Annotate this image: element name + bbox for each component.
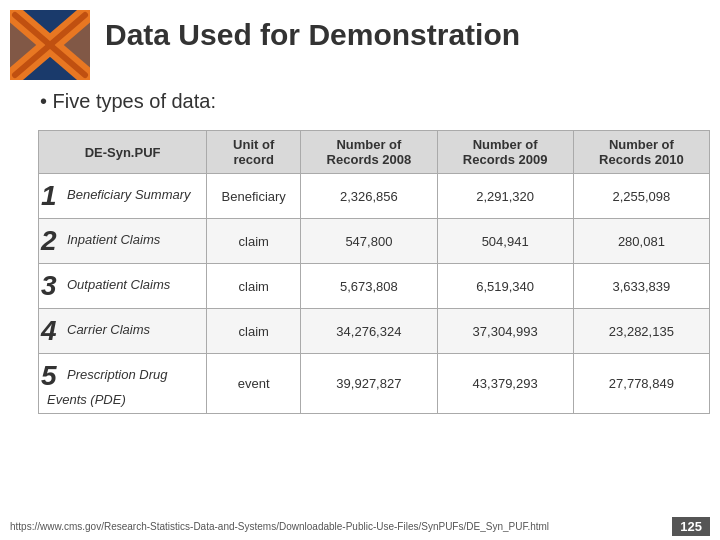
footer-url: https://www.cms.gov/Research-Statistics-… [10,521,549,532]
col-header-2008: Number of Records 2008 [301,131,437,174]
cell-2008: 34,276,324 [301,309,437,354]
subtitle: • Five types of data: [40,90,216,113]
table-row: 3Outpatient Claimsclaim5,673,8086,519,34… [39,264,710,309]
cell-2009: 2,291,320 [437,174,573,219]
page-title: Data Used for Demonstration [105,18,520,52]
cell-2010: 2,255,098 [573,174,709,219]
cell-unit: claim [207,264,301,309]
cell-name: 4Carrier Claims [39,309,207,354]
footer: https://www.cms.gov/Research-Statistics-… [10,517,710,536]
table-row: 1Beneficiary SummaryBeneficiary2,326,856… [39,174,710,219]
cell-2008: 2,326,856 [301,174,437,219]
cell-name: 2Inpatient Claims [39,219,207,264]
cell-2010: 280,081 [573,219,709,264]
data-table: DE-Syn.PUF Unit of record Number of Reco… [38,130,710,414]
cell-2010: 27,778,849 [573,354,709,414]
col-header-2010: Number of Records 2010 [573,131,709,174]
cell-2008: 547,800 [301,219,437,264]
cell-unit: Beneficiary [207,174,301,219]
table-row: 5Prescription Drug Events (PDE)event39,9… [39,354,710,414]
page-number: 125 [672,517,710,536]
col-header-2009: Number of Records 2009 [437,131,573,174]
cell-name: 1Beneficiary Summary [39,174,207,219]
cell-2009: 6,519,340 [437,264,573,309]
cell-unit: event [207,354,301,414]
cell-2008: 39,927,827 [301,354,437,414]
cell-unit: claim [207,219,301,264]
cell-2010: 3,633,839 [573,264,709,309]
cell-name: 5Prescription Drug Events (PDE) [39,354,207,414]
cell-unit: claim [207,309,301,354]
table-row: 4Carrier Claimsclaim34,276,32437,304,993… [39,309,710,354]
cell-name: 3Outpatient Claims [39,264,207,309]
logo [10,10,90,80]
cell-2008: 5,673,808 [301,264,437,309]
cell-2009: 37,304,993 [437,309,573,354]
col-header-name: DE-Syn.PUF [39,131,207,174]
cell-2009: 43,379,293 [437,354,573,414]
col-header-unit: Unit of record [207,131,301,174]
table-row: 2Inpatient Claimsclaim547,800504,941280,… [39,219,710,264]
cell-2009: 504,941 [437,219,573,264]
cell-2010: 23,282,135 [573,309,709,354]
data-table-container: DE-Syn.PUF Unit of record Number of Reco… [38,130,710,510]
